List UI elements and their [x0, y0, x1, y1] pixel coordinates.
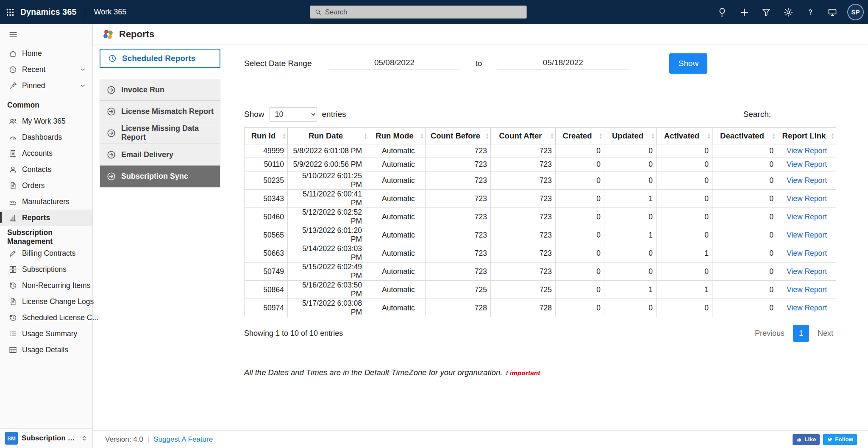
- column-header-created[interactable]: Created▲▼: [556, 128, 604, 144]
- view-report-link[interactable]: View Report: [787, 267, 827, 276]
- report-tab-subscription-sync[interactable]: Subscription Sync: [100, 166, 220, 187]
- insights-button[interactable]: [713, 0, 731, 24]
- sidebar-collapse-button[interactable]: [0, 24, 92, 45]
- table-row: 499995/8/2022 6:01:08 PMAutomatic7237230…: [245, 144, 836, 158]
- sidebar-item-license-change-logs[interactable]: License Change Logs: [0, 293, 92, 310]
- date-from-input[interactable]: [329, 58, 460, 69]
- sort-icon: ▲▼: [485, 133, 489, 139]
- sidebar-item-reports[interactable]: Reports: [0, 210, 92, 226]
- column-header-run-date[interactable]: Run Date▲▼: [288, 128, 369, 144]
- waffle-icon: [6, 8, 15, 17]
- sidebar: HomeRecentPinned CommonMy Work 365Dashbo…: [0, 24, 93, 448]
- column-header-count-before[interactable]: Count Before▲▼: [426, 128, 491, 144]
- table-search-label: Search:: [743, 110, 771, 119]
- gear-icon: [783, 7, 793, 17]
- sidebar-item-dashboards[interactable]: Dashboards: [0, 129, 92, 145]
- monitor-icon: [827, 7, 837, 17]
- view-report-link[interactable]: View Report: [787, 176, 827, 185]
- report-tab-scheduled-reports[interactable]: Scheduled Reports: [100, 49, 220, 68]
- app-name[interactable]: Dynamics 365: [20, 7, 76, 17]
- view-report-link[interactable]: View Report: [787, 304, 827, 312]
- table-row: 502355/10/2022 6:01:25 PMAutomatic723723…: [245, 171, 836, 190]
- column-header-updated[interactable]: Updated▲▼: [604, 128, 657, 144]
- twitter-follow-button[interactable]: Follow: [823, 434, 857, 445]
- sort-icon: ▲▼: [599, 133, 603, 139]
- table-search: Search:: [743, 108, 856, 120]
- page-title: Reports: [119, 29, 154, 40]
- sidebar-item-billing-contracts[interactable]: Billing Contracts: [0, 245, 92, 261]
- view-report-link[interactable]: View Report: [787, 249, 827, 257]
- factory-icon: [8, 197, 17, 206]
- chart-icon: [8, 213, 17, 222]
- sidebar-item-home[interactable]: Home: [0, 45, 92, 61]
- previous-page-button[interactable]: Previous: [752, 326, 787, 341]
- sidebar-item-pinned[interactable]: Pinned: [0, 77, 92, 94]
- table-search-input[interactable]: [775, 108, 856, 120]
- report-tab-email-delivery[interactable]: Email Delivery: [100, 144, 220, 166]
- quick-create-button[interactable]: [735, 0, 753, 24]
- view-report-link[interactable]: View Report: [787, 147, 827, 155]
- page-size-select[interactable]: 10: [270, 107, 317, 122]
- view-report-link[interactable]: View Report: [787, 194, 827, 203]
- session-button[interactable]: [823, 0, 841, 24]
- doc-icon: [8, 297, 17, 306]
- sidebar-item-scheduled-license-c[interactable]: Scheduled License C...: [0, 310, 92, 326]
- user-avatar[interactable]: SP: [847, 4, 864, 20]
- suggest-feature-link[interactable]: Suggest A Feature: [153, 435, 213, 444]
- report-tab-invoice-run[interactable]: Invoice Run: [100, 79, 220, 101]
- date-to-input[interactable]: [497, 58, 629, 69]
- top-navigation-bar: Dynamics 365 Work 365 SP: [0, 0, 868, 24]
- report-tab-group: Invoice RunLicense Mismatch ReportLicens…: [100, 79, 220, 188]
- sidebar-item-non-recurring-items[interactable]: Non-Recurring Items: [0, 277, 92, 293]
- facebook-like-button[interactable]: Like: [793, 434, 820, 445]
- funnel-icon: [761, 7, 771, 17]
- environment-name[interactable]: Work 365: [85, 7, 126, 18]
- column-header-run-id[interactable]: Run Id▲▼: [245, 128, 288, 144]
- sidebar-item-usage-details[interactable]: Usage Details: [0, 342, 92, 358]
- table-controls: Show 10 entries Search:: [244, 107, 856, 122]
- sidebar-item-contacts[interactable]: Contacts: [0, 161, 92, 177]
- page-1-button[interactable]: 1: [793, 325, 809, 342]
- column-header-run-mode[interactable]: Run Mode▲▼: [369, 128, 426, 144]
- show-button[interactable]: Show: [669, 53, 707, 74]
- sort-icon: ▲▼: [282, 133, 286, 139]
- table-row: 501105/9/2022 6:00:56 PMAutomatic7237230…: [245, 158, 836, 171]
- view-report-link[interactable]: View Report: [787, 213, 827, 221]
- sidebar-item-subscriptions[interactable]: Subscriptions: [0, 261, 92, 277]
- column-header-activated[interactable]: Activated▲▼: [657, 128, 712, 144]
- settings-button[interactable]: [779, 0, 797, 24]
- content: Scheduled Reports Invoice RunLicense Mis…: [93, 44, 868, 430]
- app-launcher-button[interactable]: [0, 0, 20, 24]
- help-button[interactable]: [801, 0, 819, 24]
- plus-icon: [739, 7, 749, 17]
- column-header-report-link[interactable]: Report Link▲▼: [777, 128, 836, 144]
- sidebar-item-recent[interactable]: Recent: [0, 61, 92, 77]
- area-switcher[interactable]: SM Subscription Man...: [0, 428, 92, 448]
- table-row: 503435/11/2022 6:00:41 PMAutomatic723723…: [245, 190, 836, 208]
- report-tab-license-missing-data-report[interactable]: License Missing Data Report: [100, 122, 220, 144]
- chevron-updown-icon[interactable]: [81, 434, 88, 442]
- area-label: Subscription Man...: [22, 434, 77, 442]
- next-page-button[interactable]: Next: [815, 326, 836, 341]
- chev-down-icon: [79, 82, 86, 89]
- sidebar-item-my-work-365[interactable]: My Work 365: [0, 113, 92, 129]
- column-header-deactivated[interactable]: Deactivated▲▼: [712, 128, 777, 144]
- footer: Version: 4.0 | Suggest A Feature Like Fo…: [93, 430, 868, 448]
- global-search-box[interactable]: [310, 6, 527, 19]
- arrow-circle-icon: [106, 128, 116, 138]
- sidebar-item-orders[interactable]: Orders: [0, 177, 92, 194]
- sidebar-item-manufacturers[interactable]: Manufacturers: [0, 194, 92, 210]
- search-input[interactable]: [325, 8, 522, 16]
- page-header: Reports: [93, 24, 868, 44]
- report-tab-license-mismatch-report[interactable]: License Mismatch Report: [100, 101, 220, 122]
- important-flag: ! important: [506, 369, 540, 376]
- view-report-link[interactable]: View Report: [787, 231, 827, 239]
- filter-button[interactable]: [757, 0, 775, 24]
- sidebar-item-usage-summary[interactable]: Usage Summary: [0, 326, 92, 342]
- sidebar-item-accounts[interactable]: Accounts: [0, 145, 92, 161]
- people-icon: [8, 117, 17, 126]
- column-header-count-after[interactable]: Count After▲▼: [491, 128, 556, 144]
- view-report-link[interactable]: View Report: [787, 285, 827, 294]
- main-area: Reports Scheduled Reports Invoice RunLic…: [93, 24, 868, 448]
- view-report-link[interactable]: View Report: [787, 160, 827, 169]
